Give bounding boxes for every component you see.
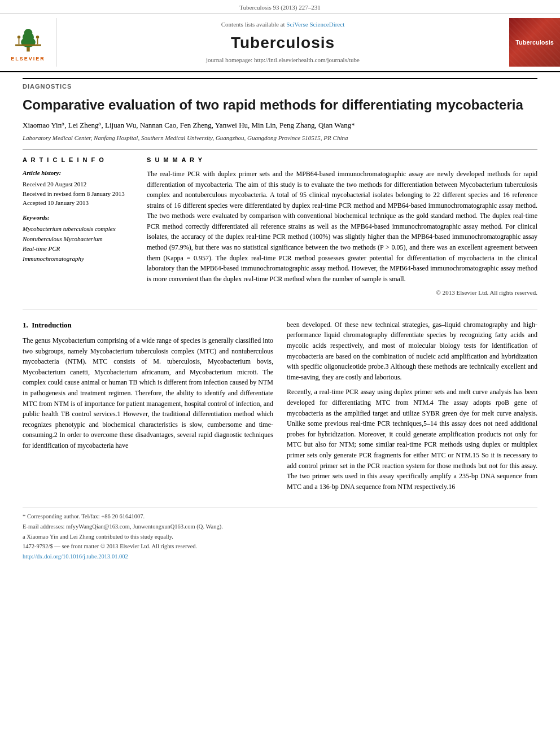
revised-date: Received in revised form 8 January 2013 [23, 189, 135, 199]
email-addresses: E-mail addresses: mfyyWangQian@163.com, … [23, 523, 537, 531]
journal-homepage: journal homepage: http://intl.elsevierhe… [62, 56, 504, 64]
intro-paragraph-3: Recently, a real-time PCR assay using du… [287, 387, 537, 492]
journal-name: Tuberculosis [62, 32, 504, 54]
accepted-date: Accepted 10 January 2013 [23, 198, 135, 208]
svg-point-3 [24, 29, 32, 37]
keyword-4: Immunochromatography [23, 254, 135, 264]
sciverse-line: Contents lists available at SciVerse Sci… [62, 20, 504, 29]
intro-col-right: been developed. Of these new technical s… [287, 320, 537, 497]
article-content: DIAGNOSTICS Comparative evaluation of tw… [0, 72, 560, 574]
intro-body: 1. Introduction The genus Mycobacterium … [23, 320, 537, 497]
keywords-label: Keywords: [23, 213, 135, 222]
svg-point-4 [17, 36, 20, 39]
citation-bar: Tuberculosis 93 (2013) 227–231 [0, 0, 560, 14]
section-tag: DIAGNOSTICS [23, 78, 537, 91]
info-summary-section: A R T I C L E I N F O Article history: R… [23, 150, 537, 298]
received-date: Received 20 August 2012 [23, 180, 135, 189]
history-label: Article history: [23, 169, 135, 177]
keyword-1: Mycobacterium tuberculosis complex [23, 224, 135, 234]
summary-title: S U M M A R Y [147, 156, 537, 164]
svg-rect-8 [15, 45, 41, 46]
elsevier-logo: ELSEVIER [0, 18, 56, 67]
affiliation: Laboratory Medical Center, Nanfang Hospi… [23, 134, 537, 142]
journal-header: ELSEVIER Contents lists available at Sci… [0, 14, 560, 72]
corresponding-author: * Corresponding author. Tel/fax: +86 20 … [23, 513, 537, 521]
elsevier-text: ELSEVIER [11, 55, 45, 63]
intro-paragraph-1: The genus Mycobacterium comprising of a … [23, 335, 273, 451]
sciverse-link[interactable]: SciVerse ScienceDirect [286, 21, 344, 28]
doi-line: http://dx.doi.org/10.1016/j.tube.2013.01… [23, 553, 537, 561]
summary-column: S U M M A R Y The real-time PCR with dup… [147, 156, 537, 298]
elsevier-tree-icon [11, 23, 45, 54]
introduction-section: 1. Introduction The genus Mycobacterium … [23, 309, 537, 497]
intro-paragraph-2: been developed. Of these new technical s… [287, 320, 537, 383]
article-info-title: A R T I C L E I N F O [23, 156, 135, 164]
summary-text: The real-time PCR with duplex primer set… [147, 169, 537, 285]
article-info-column: A R T I C L E I N F O Article history: R… [23, 156, 135, 298]
intro-heading: 1. Introduction [23, 320, 273, 331]
article-title: Comparative evaluation of two rapid meth… [23, 96, 537, 113]
intro-col-left: 1. Introduction The genus Mycobacterium … [23, 320, 273, 497]
journal-title-area: Contents lists available at SciVerse Sci… [56, 18, 509, 67]
svg-point-6 [36, 36, 39, 39]
copyright: © 2013 Elsevier Ltd. All rights reserved… [147, 289, 537, 297]
authors: Xiaomao Yinᵃ, Lei Zhengᵃ, Lijuan Wu, Nan… [23, 120, 537, 130]
issn: 1472-9792/$ — see front matter © 2013 El… [23, 543, 537, 551]
article-footer: * Corresponding author. Tel/fax: +86 20 … [23, 508, 537, 561]
keyword-2: Nontuberculous Mycobacterium [23, 234, 135, 244]
tb-cover-image: Tuberculosis [509, 18, 560, 67]
citation-text: Tuberculosis 93 (2013) 227–231 [239, 4, 321, 11]
contribution-note: a Xiaomao Yin and Lei Zheng contributed … [23, 533, 537, 541]
keyword-3: Real-time PCR [23, 244, 135, 254]
